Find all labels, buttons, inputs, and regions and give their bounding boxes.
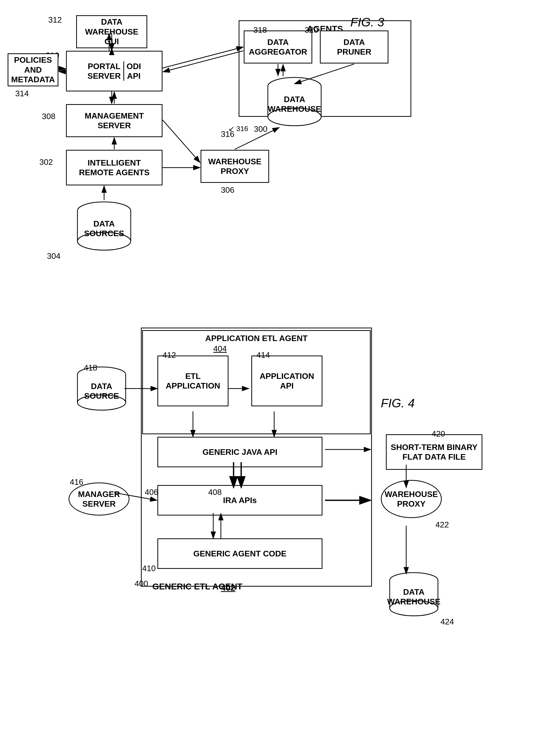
ref-316: 316 <box>221 129 234 139</box>
ref-318: 318 <box>253 25 267 35</box>
warehouse-proxy-oval: WAREHOUSEPROXY <box>381 480 442 518</box>
ref-406: 406 <box>145 488 158 497</box>
data-aggregator-box: DATAAGGREGATOR <box>244 30 312 63</box>
management-server-label: MANAGEMENTSERVER <box>85 111 144 130</box>
svg-line-21 <box>163 51 243 72</box>
ref-420: 420 <box>432 429 445 439</box>
portal-server-label: PORTALSERVER <box>88 61 121 81</box>
data-warehouse-cyl2-label: DATAWAREHOUSE <box>387 587 440 607</box>
data-source-cyl-label: DATASOURCE <box>84 381 119 401</box>
data-pruner-label: DATAPRUNER <box>337 37 371 57</box>
policies-metadata-box: POLICIES ANDMETADATA <box>8 53 58 86</box>
policies-metadata-label: POLICIES ANDMETADATA <box>11 55 55 84</box>
generic-agent-code-box: GENERIC AGENT CODE <box>157 539 322 569</box>
svg-line-20 <box>163 47 243 68</box>
ref-422: 422 <box>435 520 449 529</box>
svg-line-27 <box>163 120 200 163</box>
ref-314: 314 <box>15 89 29 98</box>
warehouse-proxy-label: WAREHOUSEPROXY <box>208 157 262 176</box>
ref-312: 312 <box>48 15 62 25</box>
data-warehouse-cyl: DATAWAREHOUSE <box>267 76 322 127</box>
ira-apis-box: IRA APIs <box>157 485 322 516</box>
data-warehouse-gui-label: DATAWAREHOUSE GUI <box>80 17 144 46</box>
data-sources-cyl: DATA SOURCES <box>76 201 132 252</box>
portal-server-box: PORTALSERVER ODIAPI <box>66 51 163 91</box>
ref-410: 410 <box>142 564 156 573</box>
application-api-box: APPLICATIONAPI <box>251 355 322 406</box>
data-aggregator-label: DATAAGGREGATOR <box>249 37 307 57</box>
ref-400: 400 <box>135 579 148 588</box>
data-source-cyl: DATASOURCE <box>76 366 127 411</box>
warehouse-proxy-box: WAREHOUSEPROXY <box>201 150 269 183</box>
short-term-binary-box: SHORT-TERM BINARYFLAT DATA FILE <box>386 434 482 470</box>
ref-308: 308 <box>42 112 55 121</box>
data-warehouse-cyl-label: DATAWAREHOUSE <box>268 94 321 114</box>
manager-server-oval: MANAGERSERVER <box>68 483 129 516</box>
diagram-container: FIG. 3 AGENTS DATAWAREHOUSE GUI 312 DATA… <box>0 0 557 756</box>
ref-304: 304 <box>47 252 60 261</box>
generic-agent-code-label: GENERIC AGENT CODE <box>194 549 287 558</box>
ref-412: 412 <box>163 350 176 360</box>
etl-application-box: ETLAPPLICATION <box>157 355 229 406</box>
ref-424: 424 <box>440 617 454 627</box>
ref-300: 300 <box>254 124 267 134</box>
ref-418: 418 <box>84 363 97 373</box>
ira-apis-label: IRA APIs <box>223 495 257 505</box>
odi-api-label: ODIAPI <box>123 61 141 81</box>
ref-416: 416 <box>70 477 83 487</box>
data-warehouse-cyl2: DATAWAREHOUSE <box>388 571 439 617</box>
ref-408: 408 <box>208 488 222 497</box>
data-pruner-box: DATAPRUNER <box>320 30 388 63</box>
warehouse-proxy-oval-label: WAREHOUSEPROXY <box>385 489 438 509</box>
ref-302: 302 <box>39 157 53 167</box>
data-sources-cyl-label: DATA SOURCES <box>76 219 132 238</box>
ref-414: 414 <box>256 350 270 360</box>
ref-404-label: 404 <box>213 344 227 353</box>
intelligent-remote-agents-box: INTELLIGENTREMOTE AGENTS <box>66 150 163 185</box>
application-api-label: APPLICATIONAPI <box>260 371 314 391</box>
intelligent-remote-agents-label: INTELLIGENTREMOTE AGENTS <box>79 158 149 177</box>
generic-java-api-box: GENERIC JAVA API <box>157 437 322 467</box>
generic-java-api-label: GENERIC JAVA API <box>202 447 277 457</box>
ref-306: 306 <box>221 185 234 195</box>
short-term-binary-label: SHORT-TERM BINARYFLAT DATA FILE <box>391 442 477 462</box>
etl-application-label: ETLAPPLICATION <box>166 371 221 391</box>
management-server-box: MANAGEMENTSERVER <box>66 104 163 137</box>
ref-402-label: 402 <box>221 583 235 593</box>
fig4-title: FIG. 4 <box>381 396 415 410</box>
application-etl-agent-label: APPLICATION ETL AGENT <box>143 333 370 343</box>
manager-server-label: MANAGERSERVER <box>78 489 120 509</box>
data-warehouse-gui-box: DATAWAREHOUSE GUI <box>76 15 147 48</box>
ref-320: 320 <box>305 25 318 35</box>
